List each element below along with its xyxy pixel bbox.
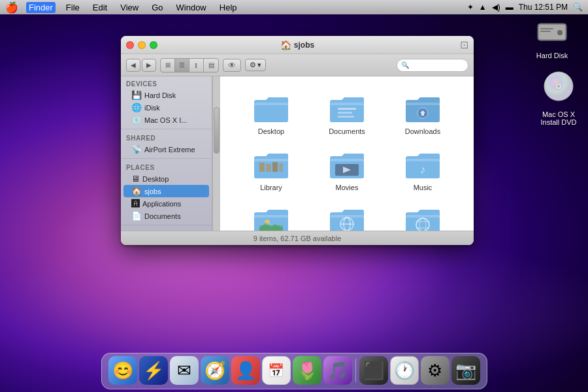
- sidebar-label-sjobs: sjobs: [144, 188, 161, 195]
- sidebar-item-airport[interactable]: 📡 AirPort Extreme: [121, 143, 212, 155]
- file-icon-grid: Desktop Documents: [228, 84, 466, 231]
- window-title: 🏠 sjobs: [280, 40, 314, 50]
- svg-rect-4: [540, 31, 551, 32]
- view-coverflow-button[interactable]: ▤: [204, 59, 218, 72]
- svg-rect-14: [330, 103, 364, 105]
- resize-icon[interactable]: ⊡: [460, 39, 468, 51]
- svg-rect-53: [406, 215, 440, 218]
- dvd-icon: [543, 71, 574, 108]
- main-area: DEVICES 💾 Hard Disk 🌐 iDisk 💿 Mac OS X I…: [121, 76, 474, 231]
- finder-window: 🏠 sjobs ⊡ ◀ ▶ ⊞ ☰ ⫿ ▤ 👁 ⚙ ▾: [121, 36, 474, 245]
- desktop: 🍎 Finder File Edit View Go Window Help ✦…: [0, 0, 588, 392]
- back-button[interactable]: ◀: [126, 59, 140, 72]
- sidebar-label-harddisk: Hard Disk: [144, 91, 176, 99]
- menu-help[interactable]: Help: [217, 3, 240, 12]
- dock-item-aperture[interactable]: 📷: [451, 356, 480, 385]
- dock-item-iphoto[interactable]: 🌷: [293, 356, 321, 385]
- desktop-icon-dvd[interactable]: Mac OS X Install DVD: [536, 71, 581, 126]
- sidebar-label-airport: AirPort Extreme: [144, 146, 195, 154]
- dock-item-systemprefs[interactable]: ⚙: [421, 356, 449, 385]
- view-column-button[interactable]: ⫿: [189, 59, 204, 72]
- folder-documents-label: Documents: [329, 127, 365, 135]
- sidebar-label-idisk: iDisk: [144, 104, 160, 112]
- dock-item-ical[interactable]: 📅: [262, 356, 291, 385]
- window-title-text: sjobs: [294, 41, 314, 50]
- folder-public[interactable]: Public: [309, 202, 385, 231]
- sidebar-item-idisk[interactable]: 🌐 iDisk: [121, 101, 212, 114]
- sidebar-section-places: PLACES 🖥 Desktop 🏠 sjobs 🅰 Applications: [121, 160, 212, 223]
- svg-rect-28: [272, 162, 278, 172]
- folder-library[interactable]: Library: [233, 146, 309, 195]
- action-button[interactable]: ⚙ ▾: [245, 59, 266, 71]
- forward-button[interactable]: ▶: [142, 59, 156, 72]
- clock-icon: 🕐: [394, 361, 415, 381]
- sidebar-item-sjobs[interactable]: 🏠 sjobs: [123, 185, 209, 197]
- sidebar-label-dvd: Mac OS X I...: [144, 116, 187, 124]
- sidebar-label-applications: Applications: [142, 200, 181, 208]
- dashboard-icon: ⚡: [143, 361, 164, 381]
- desktop-icon-harddisk[interactable]: Hard Disk: [529, 20, 575, 59]
- itunes-icon: 🎵: [327, 361, 348, 381]
- quick-look-button[interactable]: 👁: [223, 59, 241, 72]
- menu-edit[interactable]: Edit: [90, 3, 110, 12]
- svg-rect-41: [254, 215, 288, 218]
- sidebar-item-applications[interactable]: 🅰 Applications: [121, 197, 212, 210]
- folder-documents[interactable]: Documents: [309, 90, 385, 139]
- menu-finder[interactable]: Finder: [26, 2, 56, 13]
- dock-item-spaces[interactable]: ⬛: [359, 356, 388, 385]
- hdd-icon: 💾: [131, 90, 142, 100]
- search-icon: 🔍: [401, 61, 409, 69]
- dock-item-mail[interactable]: ✉: [170, 356, 199, 385]
- folder-desktop[interactable]: Desktop: [233, 90, 309, 139]
- dock-item-clock[interactable]: 🕐: [390, 356, 419, 385]
- close-button[interactable]: [126, 41, 134, 49]
- dock-item-itunes[interactable]: 🎵: [323, 356, 352, 385]
- sidebar-section-shared: SHARED 📡 AirPort Extreme: [121, 131, 212, 157]
- view-icon-button[interactable]: ⊞: [161, 59, 175, 72]
- sidebar-scrollbar-thumb[interactable]: [214, 107, 220, 154]
- folder-downloads[interactable]: Downloads: [385, 90, 461, 139]
- sidebar-item-documents[interactable]: 📄 Documents: [121, 210, 212, 222]
- home-icon: 🏠: [280, 40, 291, 50]
- sidebar-scrollbar[interactable]: [212, 76, 220, 231]
- minimize-button[interactable]: [138, 41, 146, 49]
- apple-menu[interactable]: 🍎: [5, 1, 18, 14]
- dvd-sidebar-icon: 💿: [131, 115, 142, 125]
- content-area: Desktop Documents: [220, 76, 474, 231]
- dock-item-safari[interactable]: 🧭: [201, 356, 229, 385]
- idisk-icon: 🌐: [131, 103, 142, 112]
- svg-rect-10: [254, 103, 288, 122]
- folder-pictures[interactable]: Pictures: [233, 202, 309, 231]
- menubar-left: 🍎 Finder File Edit View Go Window Help: [5, 1, 240, 14]
- airport-icon: 📡: [131, 144, 142, 154]
- sidebar-header-places: PLACES: [121, 163, 212, 172]
- dock-item-finder[interactable]: 😊: [108, 356, 137, 385]
- sidebar-item-harddisk[interactable]: 💾 Hard Disk: [121, 89, 212, 101]
- home-sidebar-icon: 🏠: [131, 186, 142, 196]
- docs-icon: 📄: [131, 211, 142, 221]
- sidebar-label-documents: Documents: [144, 212, 181, 220]
- spotlight-icon[interactable]: 🔍: [573, 3, 583, 12]
- svg-point-8: [557, 85, 560, 88]
- menubar-right: ✦ ▲ ◀) ▬ Thu 12:51 PM 🔍: [467, 3, 583, 12]
- folder-movies[interactable]: Movies: [309, 146, 385, 195]
- harddisk-label: Hard Disk: [536, 52, 568, 59]
- folder-sites[interactable]: Sites: [385, 202, 461, 231]
- menu-view[interactable]: View: [118, 3, 141, 12]
- maximize-button[interactable]: [150, 41, 157, 49]
- menu-go[interactable]: Go: [149, 3, 165, 12]
- sidebar-item-desktop[interactable]: 🖥 Desktop: [121, 172, 212, 185]
- dock-separator: [355, 359, 356, 382]
- dock-item-addressbook[interactable]: 👤: [231, 356, 260, 385]
- apps-icon: 🅰: [131, 199, 140, 208]
- menu-file[interactable]: File: [63, 3, 82, 12]
- folder-music[interactable]: ♪ Music: [385, 146, 461, 195]
- finder-icon: 😊: [112, 361, 133, 381]
- view-list-button[interactable]: ☰: [175, 59, 189, 72]
- dock-item-dashboard[interactable]: ⚡: [139, 356, 168, 385]
- mail-icon: ✉: [177, 361, 191, 381]
- sidebar-item-dvd[interactable]: 💿 Mac OS X I...: [121, 114, 212, 126]
- search-box[interactable]: 🔍: [397, 59, 468, 72]
- traffic-lights: [126, 41, 157, 49]
- menu-window[interactable]: Window: [174, 3, 209, 12]
